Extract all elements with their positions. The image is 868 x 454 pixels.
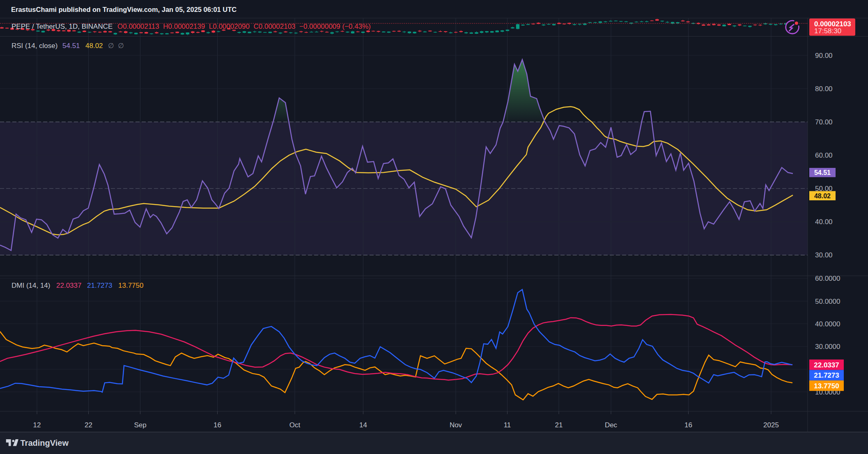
svg-text:90.00: 90.00 xyxy=(815,52,833,60)
svg-text:22.0337: 22.0337 xyxy=(56,282,81,289)
svg-text:30.0000: 30.0000 xyxy=(815,343,840,351)
svg-text:O0.00002113 H0.00002139 L0.0: O0.00002113 H0.00002139 L0.00002090 C0.0… xyxy=(117,23,371,30)
svg-text:60.0000: 60.0000 xyxy=(815,275,840,282)
svg-text:14: 14 xyxy=(359,421,367,429)
svg-text:16: 16 xyxy=(684,421,692,429)
svg-text:ErastusChami published on Trad: ErastusChami published on TradingView.co… xyxy=(11,6,237,13)
svg-text:DMI (14, 14): DMI (14, 14) xyxy=(11,282,50,289)
svg-text:22.0337: 22.0337 xyxy=(814,361,839,369)
svg-text:60.00: 60.00 xyxy=(815,151,833,159)
svg-text:54.51: 54.51 xyxy=(814,169,831,176)
svg-text:30.00: 30.00 xyxy=(815,251,833,259)
svg-text:40.00: 40.00 xyxy=(815,218,833,226)
svg-text:13.7750: 13.7750 xyxy=(118,282,143,289)
svg-text:Nov: Nov xyxy=(450,421,462,429)
svg-text:21.7273: 21.7273 xyxy=(814,371,839,379)
svg-text:48.02: 48.02 xyxy=(85,42,103,50)
svg-text:16: 16 xyxy=(214,421,221,429)
svg-text:Sep: Sep xyxy=(134,421,146,429)
svg-text:PEPE / TetherUS, 1D, BINANCE: PEPE / TetherUS, 1D, BINANCE xyxy=(11,23,113,30)
svg-text:70.00: 70.00 xyxy=(815,118,833,126)
svg-text:Oct: Oct xyxy=(289,421,301,429)
svg-text:40.0000: 40.0000 xyxy=(815,320,840,328)
svg-text:RSI (14, close): RSI (14, close) xyxy=(11,42,57,50)
svg-text:48.02: 48.02 xyxy=(814,193,831,199)
svg-text:50.0000: 50.0000 xyxy=(815,298,840,305)
svg-text:Dec: Dec xyxy=(605,421,618,429)
svg-text:21.7273: 21.7273 xyxy=(87,282,112,289)
svg-text:∅ ∅: ∅ ∅ xyxy=(108,42,124,50)
svg-text:54.51: 54.51 xyxy=(62,42,80,50)
svg-text:12: 12 xyxy=(33,421,41,429)
svg-text:13.7750: 13.7750 xyxy=(814,382,839,390)
svg-text:22: 22 xyxy=(85,421,92,429)
svg-text:21: 21 xyxy=(555,421,563,429)
svg-text:17:58:30: 17:58:30 xyxy=(814,27,841,35)
svg-text:2025: 2025 xyxy=(763,421,779,429)
svg-text:80.00: 80.00 xyxy=(815,85,833,93)
svg-text:TradingView: TradingView xyxy=(21,438,69,447)
svg-text:11: 11 xyxy=(504,421,511,429)
